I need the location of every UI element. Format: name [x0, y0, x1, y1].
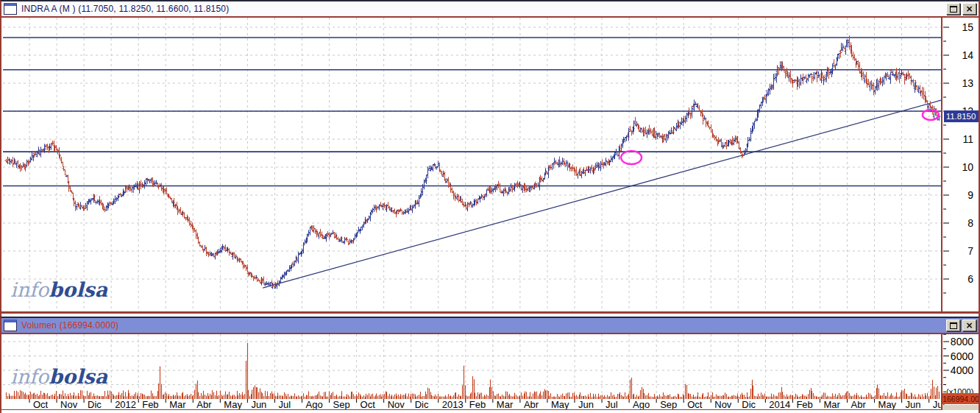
svg-text:Oct: Oct	[687, 399, 703, 410]
svg-text:May: May	[878, 399, 897, 410]
svg-text:Jun: Jun	[906, 399, 921, 410]
svg-text:Oct: Oct	[361, 399, 376, 410]
svg-text:2013: 2013	[442, 399, 464, 410]
svg-text:Sep: Sep	[660, 399, 677, 410]
desktop: { "desktop": { "bg": "#d8d2c0" }, "main_…	[0, 0, 980, 413]
svg-text:Ago: Ago	[306, 399, 323, 410]
volume-plot-area: OctNovDic2012FebMarAbrMayJunJulAgoSepOct…	[1, 334, 979, 410]
window-icon[interactable]	[4, 320, 17, 331]
svg-text:10: 10	[962, 161, 973, 173]
volume-window: Volumen (166994.0000) × OctNovDic2012Feb…	[0, 317, 980, 413]
svg-text:14: 14	[962, 49, 973, 61]
restore-button[interactable]	[946, 3, 960, 15]
restore-button[interactable]	[946, 320, 960, 331]
volume-window-titlebar[interactable]: Volumen (166994.0000) ×	[1, 318, 979, 334]
svg-text:Jun: Jun	[578, 399, 594, 410]
svg-text:11.8150: 11.8150	[946, 112, 976, 121]
svg-text:Jul: Jul	[278, 399, 291, 410]
window-buttons: ×	[946, 320, 976, 331]
svg-text:Nov: Nov	[714, 399, 732, 410]
svg-text:166994.00: 166994.00	[942, 395, 979, 403]
svg-text:4000: 4000	[951, 364, 973, 376]
chart-window: INDRA A (M ) (11.7050, 11.8250, 11.6600,…	[0, 0, 980, 317]
restore-icon	[950, 322, 957, 329]
svg-text:Dic: Dic	[742, 399, 756, 410]
close-button[interactable]: ×	[962, 3, 976, 15]
svg-text:11: 11	[962, 133, 973, 145]
close-button[interactable]: ×	[962, 320, 976, 331]
chart-window-title: INDRA A (M ) (11.7050, 11.8250, 11.6600,…	[21, 4, 229, 14]
svg-text:Abr: Abr	[851, 399, 867, 410]
svg-text:15: 15	[962, 21, 973, 33]
svg-text:7: 7	[967, 245, 973, 257]
svg-text:Nov: Nov	[60, 399, 78, 410]
svg-text:Feb: Feb	[142, 399, 158, 410]
svg-text:Dic: Dic	[88, 399, 102, 410]
svg-text:6: 6	[967, 273, 973, 285]
svg-text:Sep: Sep	[333, 399, 350, 410]
svg-text:Jul: Jul	[606, 399, 618, 410]
svg-text:Ago: Ago	[633, 399, 650, 410]
svg-text:Feb: Feb	[796, 399, 812, 410]
volume-chart-canvas[interactable]: OctNovDic2012FebMarAbrMayJunJulAgoSepOct…	[1, 334, 979, 410]
volume-window-title: Volumen (166994.0000)	[21, 320, 118, 331]
price-chart-canvas[interactable]: 678910111213141511.8150	[1, 18, 979, 314]
svg-text:9: 9	[967, 189, 973, 201]
svg-text:Mar: Mar	[169, 399, 186, 410]
svg-text:6000: 6000	[951, 350, 973, 362]
svg-text:2014: 2014	[769, 399, 790, 410]
svg-text:Nov: Nov	[388, 399, 405, 410]
window-icon[interactable]	[4, 3, 17, 15]
chart-window-titlebar[interactable]: INDRA A (M ) (11.7050, 11.8250, 11.6600,…	[1, 1, 979, 18]
svg-text:May: May	[551, 399, 569, 410]
close-icon: ×	[965, 4, 973, 13]
svg-text:Feb: Feb	[469, 399, 486, 410]
price-plot-area: 678910111213141511.8150 infobolsa	[1, 18, 979, 314]
svg-text:Mar: Mar	[497, 399, 514, 410]
svg-text:8000: 8000	[951, 336, 973, 347]
svg-text:8: 8	[967, 217, 973, 229]
svg-text:13: 13	[962, 77, 973, 89]
svg-text:Abr: Abr	[196, 399, 212, 410]
svg-text:2012: 2012	[115, 399, 136, 410]
svg-text:Dic: Dic	[415, 399, 429, 410]
svg-text:Jun: Jun	[251, 399, 266, 410]
close-icon: ×	[965, 321, 973, 330]
svg-text:Abr: Abr	[524, 399, 539, 410]
svg-text:Mar: Mar	[823, 399, 840, 410]
svg-text:Oct: Oct	[33, 399, 49, 410]
restore-icon	[950, 6, 957, 13]
svg-text:May: May	[224, 399, 242, 410]
window-buttons: ×	[946, 3, 976, 15]
